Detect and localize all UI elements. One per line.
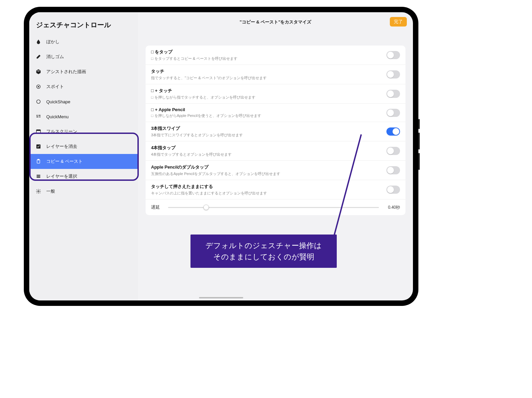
delay-slider-row: 遅延 0.40秒 bbox=[146, 200, 405, 215]
option-desc: 4本指でタップするとオプションを呼び出せます bbox=[151, 152, 386, 157]
option-title: □ をタップ bbox=[151, 49, 386, 55]
sidebar-item-select-layer[interactable]: レイヤーを選択 bbox=[29, 169, 138, 184]
option-row-4finger-tap: 4本指タップ 4本指でタップするとオプションを呼び出せます bbox=[146, 141, 405, 161]
sidebar-item-quickshape[interactable]: QuickShape bbox=[29, 94, 138, 109]
sidebar-item-label: ぼかし bbox=[46, 39, 60, 45]
svg-rect-8 bbox=[36, 130, 40, 131]
eraser-icon bbox=[35, 54, 41, 60]
slider-value: 0.40秒 bbox=[383, 205, 400, 210]
option-title: □ + タッチ bbox=[151, 88, 386, 94]
option-row-tap: □ をタップ □ をタップするとコピー & ペーストを呼び出せます bbox=[146, 46, 405, 65]
toggle-touch-hold[interactable] bbox=[386, 186, 400, 194]
svg-point-1 bbox=[38, 86, 39, 87]
sidebar-item-label: 消しゴム bbox=[46, 54, 64, 60]
toggle-square-touch[interactable] bbox=[386, 90, 400, 98]
annotation-callout: デフォルトのジェスチャー操作は そのままにしておくのが賢明 bbox=[190, 235, 337, 268]
option-desc: □ を押しながらApple Pencilを使うと、オプションを呼び出せます bbox=[151, 113, 386, 118]
option-title: 3本指スワイプ bbox=[151, 125, 386, 132]
sidebar-item-assisted-drawing[interactable]: アシストされた描画 bbox=[29, 64, 138, 79]
sidebar-item-label: フルスクリーン bbox=[46, 128, 77, 135]
blur-icon bbox=[35, 39, 41, 45]
option-desc: □ を押しながら指でタッチすると、オプションを呼び出せます bbox=[151, 95, 386, 100]
svg-rect-11 bbox=[38, 159, 39, 160]
home-indicator bbox=[199, 297, 243, 298]
done-button[interactable]: 完了 bbox=[390, 17, 407, 27]
page-title: "コピー & ペースト"をカスタマイズ bbox=[240, 19, 312, 25]
option-row-touch-hold: タッチして押さえたままにする キャンバスの上に指を置いたままにするとオプションを… bbox=[146, 180, 405, 200]
option-row-3finger-swipe: 3本指スワイプ 3本指で下にスワイプするとオプションを呼び出せます bbox=[146, 122, 405, 141]
svg-point-2 bbox=[37, 100, 40, 104]
sidebar-item-blur[interactable]: ぼかし bbox=[29, 34, 138, 49]
quickshape-icon bbox=[35, 99, 41, 105]
option-row-touch: タッチ 指でタッチすると、"コピー & ペースト"のオプションを呼び出せます bbox=[146, 65, 405, 84]
sidebar-item-label: QuickShape bbox=[46, 99, 70, 104]
device-side-buttons bbox=[418, 119, 420, 170]
sidebar-item-label: コピー & ペースト bbox=[46, 158, 83, 165]
sidebar-item-label: アシストされた描画 bbox=[46, 69, 86, 75]
option-title: 4本指タップ bbox=[151, 145, 386, 151]
quickmenu-icon bbox=[35, 114, 41, 120]
gear-icon bbox=[35, 188, 41, 194]
sidebar: ジェスチャコントロール ぼかし 消しゴム アシストされた描画 スポイト Quic… bbox=[29, 12, 138, 300]
callout-text-line1: デフォルトのジェスチャー操作は bbox=[199, 240, 328, 251]
svg-rect-5 bbox=[36, 117, 38, 117]
svg-point-15 bbox=[38, 191, 39, 192]
sidebar-item-quickmenu[interactable]: QuickMenu bbox=[29, 109, 138, 124]
toggle-pencil-doubletap[interactable] bbox=[386, 166, 400, 174]
clipboard-icon bbox=[35, 158, 41, 165]
svg-rect-14 bbox=[37, 177, 40, 178]
svg-rect-12 bbox=[37, 175, 40, 175]
check-icon bbox=[35, 143, 41, 150]
main-header: "コピー & ペースト"をカスタマイズ 完了 bbox=[138, 12, 413, 32]
option-desc: □ をタップするとコピー & ペーストを呼び出せます bbox=[151, 56, 386, 61]
svg-rect-4 bbox=[38, 115, 40, 116]
delay-slider[interactable] bbox=[168, 207, 379, 208]
sidebar-item-label: レイヤーを消去 bbox=[46, 143, 77, 150]
option-title: □ + Apple Pencil bbox=[151, 107, 386, 112]
sidebar-item-label: レイヤーを選択 bbox=[46, 173, 77, 179]
svg-rect-6 bbox=[39, 117, 40, 117]
sidebar-item-label: スポイト bbox=[46, 84, 64, 90]
slider-label: 遅延 bbox=[151, 204, 164, 210]
option-desc: 3本指で下にスワイプするとオプションを呼び出せます bbox=[151, 133, 386, 138]
svg-rect-13 bbox=[37, 176, 40, 177]
sidebar-item-copy-paste[interactable]: コピー & ペースト bbox=[29, 154, 138, 169]
sidebar-item-fullscreen[interactable]: フルスクリーン bbox=[29, 124, 138, 139]
toggle-square-pencil[interactable] bbox=[386, 109, 400, 117]
toggle-tap[interactable] bbox=[386, 51, 400, 59]
layers-icon bbox=[35, 173, 41, 179]
sidebar-item-label: QuickMenu bbox=[46, 114, 69, 119]
target-icon bbox=[35, 84, 41, 90]
option-title: タッチ bbox=[151, 68, 386, 74]
option-desc: 指でタッチすると、"コピー & ペースト"のオプションを呼び出せます bbox=[151, 75, 386, 81]
toggle-4finger-tap[interactable] bbox=[386, 147, 400, 155]
option-desc: キャンバスの上に指を置いたままにするとオプションを呼び出せます bbox=[151, 191, 386, 196]
sidebar-item-general[interactable]: 一般 bbox=[29, 184, 138, 199]
cube-icon bbox=[35, 69, 41, 75]
slider-thumb[interactable] bbox=[203, 205, 209, 210]
option-title: タッチして押さえたままにする bbox=[151, 184, 386, 190]
sidebar-title: ジェスチャコントロール bbox=[29, 18, 138, 34]
sidebar-item-label: 一般 bbox=[46, 188, 55, 194]
toggle-3finger-swipe[interactable] bbox=[386, 127, 400, 136]
sidebar-item-clear-layer[interactable]: レイヤーを消去 bbox=[29, 139, 138, 154]
sidebar-item-eyedropper[interactable]: スポイト bbox=[29, 79, 138, 94]
callout-text-line2: そのままにしておくのが賢明 bbox=[199, 251, 328, 262]
fullscreen-icon bbox=[35, 128, 41, 135]
option-row-pencil-doubletap: Apple Pencilのダブルタップ 互換性のあるApple Pencilをダ… bbox=[146, 161, 405, 180]
options-panel: □ をタップ □ をタップするとコピー & ペーストを呼び出せます タッチ 指で… bbox=[146, 46, 405, 215]
toggle-touch[interactable] bbox=[386, 70, 400, 79]
svg-rect-3 bbox=[36, 115, 38, 116]
option-row-square-touch: □ + タッチ □ を押しながら指でタッチすると、オプションを呼び出せます bbox=[146, 84, 405, 104]
option-row-square-pencil: □ + Apple Pencil □ を押しながらApple Pencilを使う… bbox=[146, 104, 405, 122]
sidebar-item-eraser[interactable]: 消しゴム bbox=[29, 49, 138, 64]
